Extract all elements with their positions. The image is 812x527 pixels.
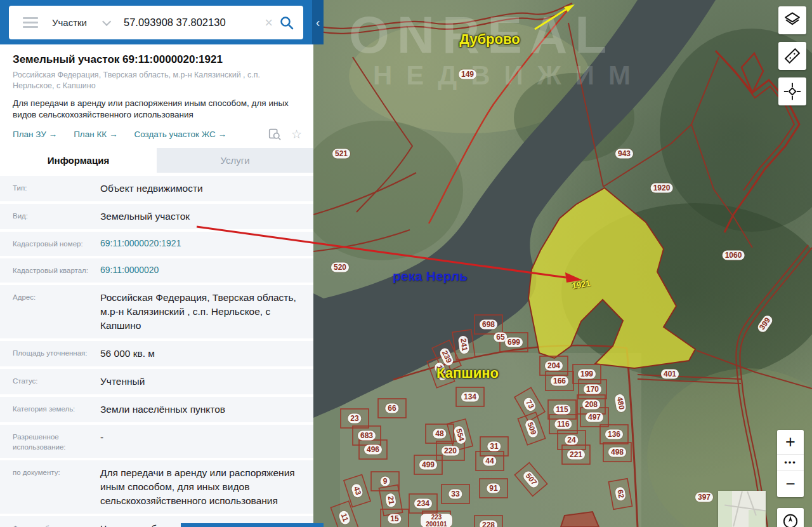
info-row-value: Объект недвижимости (100, 182, 313, 196)
plan-zu-link[interactable]: План ЗУ → (13, 130, 57, 139)
minimap[interactable] (718, 491, 766, 527)
parcel-badge[interactable]: 23 (348, 414, 361, 424)
favorite-star-icon[interactable]: ☆ (291, 128, 302, 140)
tab-services[interactable]: Услуги (157, 148, 313, 173)
parcel-badge[interactable]: 136 (605, 430, 623, 439)
info-row: Категория земель:Земли населённых пункто… (0, 397, 313, 422)
page-title: Земельный участок 69:11:0000020:1921 (13, 53, 302, 66)
locate-button[interactable] (778, 77, 806, 105)
parcel-badge[interactable]: 15 (388, 514, 401, 524)
info-row: Адрес:Российская Федерация, Тверская обл… (0, 285, 313, 338)
parcel-badge[interactable]: 199 (578, 370, 596, 379)
parcel-badge[interactable]: 220 (442, 446, 459, 456)
info-table: Тип:Объект недвижимостиВид:Земельный уча… (0, 176, 313, 527)
parcel-badge[interactable]: 520 (331, 263, 349, 272)
info-row-label: Тип: (0, 182, 100, 196)
search-box: Участки × (9, 6, 303, 39)
parcel-badge[interactable]: 496 (364, 445, 382, 455)
parcel-badge[interactable]: 698 (480, 320, 497, 330)
parcel-badge[interactable]: 943 (615, 149, 633, 159)
parcel-badge[interactable]: 115 (553, 405, 570, 415)
info-row-value: - (100, 430, 313, 452)
measure-button[interactable] (778, 42, 806, 70)
info-row: Кадастровый номер:69:11:0000020:1921 (0, 232, 313, 256)
parcel-badge[interactable]: 166 (551, 377, 568, 386)
search-category-select[interactable]: Участки (52, 17, 87, 28)
compass-button[interactable] (777, 508, 804, 527)
chevron-down-icon[interactable] (102, 17, 111, 25)
parcel-badge[interactable]: 91 (487, 484, 500, 493)
info-row: Тип:Объект недвижимости (0, 176, 313, 201)
object-address-subtitle: Российская Федерация, Тверская область, … (13, 70, 302, 91)
parcel-badge[interactable]: 44 (483, 457, 496, 466)
info-row-label: Форма собственности: (0, 522, 100, 527)
parcel-badge[interactable]: 223 200101 (421, 514, 452, 527)
parcel-badge[interactable]: 1060 (723, 251, 745, 260)
parcel-badge[interactable]: 699 (505, 338, 523, 347)
info-panel: Земельный участок 69:11:0000020:1921 Рос… (0, 0, 313, 527)
info-row: Разрешенное использование:- (0, 425, 313, 458)
info-row-label: Категория земель: (0, 403, 100, 417)
menu-icon[interactable] (23, 15, 38, 30)
info-row: Статус:Учтенный (0, 369, 313, 394)
parcel-badge[interactable]: 1920 (651, 183, 673, 193)
parcel-badge[interactable]: 234 (414, 499, 432, 509)
zoom-out-button[interactable]: − (777, 470, 804, 497)
parcel-badge[interactable]: 24 (565, 436, 578, 445)
info-row-label: по документу: (0, 466, 100, 508)
compass-icon (780, 511, 801, 527)
parcel-badge[interactable]: 48 (433, 429, 446, 439)
parcel-badge[interactable]: 66 (385, 404, 398, 413)
layers-button[interactable] (778, 6, 806, 34)
plan-kk-link[interactable]: План КК → (74, 130, 117, 139)
info-row-label: Площадь уточненная: (0, 347, 100, 361)
parcel-badge[interactable]: 31 (487, 442, 501, 451)
info-row-value: 56 000 кв. м (100, 347, 313, 361)
info-row-value: Российская Федерация, Тверская область, … (100, 291, 313, 333)
info-row-label: Кадастровый квартал: (0, 264, 100, 277)
parcel-badge[interactable]: 204 (545, 361, 563, 371)
parcel-badge[interactable]: 208 (582, 400, 600, 410)
collapse-panel-button[interactable]: ‹ (312, 0, 324, 44)
parcel-badge[interactable]: 683 (358, 431, 376, 441)
parcel-badge[interactable]: 33 (449, 490, 462, 499)
zoom-more-button[interactable]: ••• (777, 454, 804, 470)
parcel-badge[interactable]: 499 (419, 460, 437, 470)
tab-information[interactable]: Информация (0, 148, 157, 173)
parcel-badge[interactable]: 397 (695, 493, 713, 502)
clear-search-icon[interactable]: × (265, 16, 273, 30)
parcel-badge[interactable]: 149 (459, 70, 476, 79)
ruler-icon (782, 45, 803, 67)
search-button[interactable] (279, 15, 294, 30)
parcel-badge[interactable]: 170 (584, 385, 601, 394)
info-row-label: Адрес: (0, 291, 100, 333)
parcel-badge[interactable]: 497 (586, 413, 603, 422)
info-row-value: Учтенный (100, 375, 313, 389)
preview-search-icon[interactable] (268, 128, 281, 140)
info-row-label: Разрешенное использование: (0, 430, 100, 452)
search-input[interactable] (122, 16, 265, 29)
parcel-badge[interactable]: 134 (461, 392, 479, 402)
info-row-value-link[interactable]: 69:11:0000020:1921 (100, 237, 313, 250)
crosshair-icon (782, 81, 803, 102)
parcel-badge[interactable]: 116 (554, 420, 572, 429)
layers-icon (782, 10, 803, 31)
parcel-badge[interactable]: 401 (661, 370, 679, 379)
map-vector-layer (313, 0, 812, 527)
parcel-badge[interactable]: 498 (608, 448, 626, 457)
bottom-scroll-bar[interactable] (181, 523, 324, 527)
object-description: Для передачи в аренду или распоряжения и… (13, 98, 302, 120)
info-row-value: Для передачи в аренду или распоряжения и… (100, 466, 313, 508)
info-row-value: Земли населённых пунктов (100, 403, 313, 417)
action-links-row: План ЗУ → План КК → Создать участок ЖС →… (13, 128, 302, 140)
info-row: Площадь уточненная:56 000 кв. м (0, 341, 313, 366)
search-header: Участки × ‹ (0, 0, 324, 44)
parcel-badge[interactable]: 521 (332, 149, 350, 159)
parcel-badge[interactable]: 228 (480, 521, 497, 527)
create-parcel-link[interactable]: Создать участок ЖС → (134, 130, 226, 139)
info-row-value-link[interactable]: 69:11:0000020 (100, 264, 313, 277)
info-row-label: Статус: (0, 375, 100, 389)
parcel-badge[interactable]: 221 (567, 450, 585, 460)
zoom-in-button[interactable]: + (777, 430, 804, 454)
parcel-badge[interactable]: 9 (381, 477, 390, 486)
